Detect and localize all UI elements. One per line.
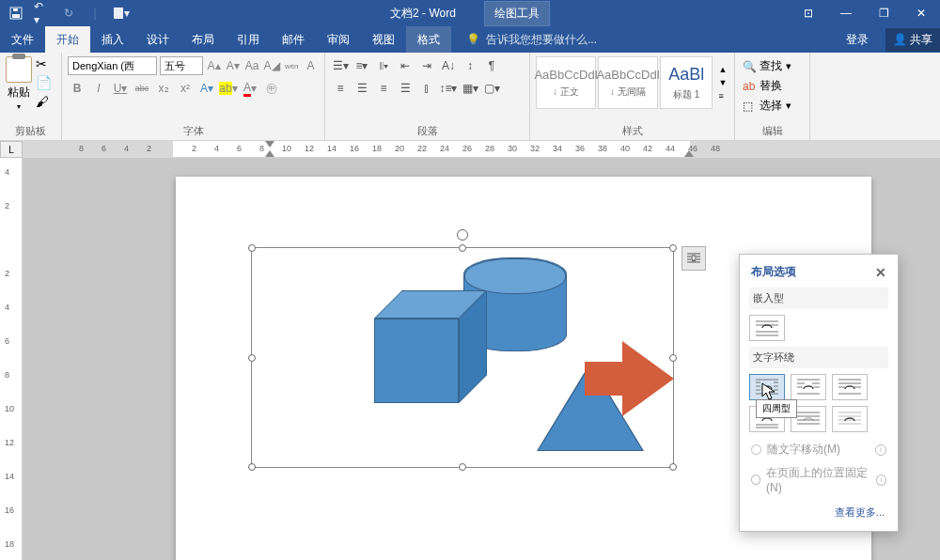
indent-left-icon[interactable]: ⇤ (396, 56, 415, 75)
rotate-handle[interactable] (457, 229, 468, 241)
first-line-indent-marker[interactable] (265, 141, 274, 148)
wrap-square[interactable]: 四周型 (749, 374, 785, 400)
move-with-text-radio[interactable]: 随文字移动(M) i (749, 438, 888, 461)
align-right-icon[interactable]: ≡ (374, 79, 393, 98)
layout-options-button[interactable] (682, 246, 706, 271)
title-bar: ↶ ▾ ↻ | ▾ 文档2 - Word 绘图工具 ⊡ — ❐ ✕ (0, 0, 940, 26)
paste-icon (6, 56, 32, 83)
sort-icon[interactable]: ↕ (461, 56, 479, 75)
resize-handle-bl[interactable] (248, 463, 256, 471)
shading-icon[interactable]: ▦▾ (461, 79, 479, 98)
popup-close-icon[interactable]: ✕ (875, 265, 886, 280)
bullets-icon[interactable]: ☰▾ (331, 56, 350, 75)
popup-title: 布局选项 (751, 264, 796, 280)
save-icon[interactable] (8, 5, 24, 22)
wrap-inline[interactable] (749, 315, 785, 341)
grow-font-icon[interactable]: A▴ (206, 56, 222, 75)
text-effects-icon[interactable]: A▾ (197, 79, 216, 98)
ribbon-options-icon[interactable]: ⊡ (790, 0, 827, 26)
font-size-select[interactable] (160, 56, 203, 75)
indent-right-icon[interactable]: ⇥ (417, 56, 436, 75)
wrap-through[interactable] (832, 374, 868, 400)
svg-rect-3 (114, 8, 123, 19)
copy-icon[interactable]: 📄 (36, 75, 51, 90)
resize-handle-tm[interactable] (459, 244, 466, 252)
style-2[interactable]: AaBl标题 1 (660, 56, 713, 109)
multilevel-icon[interactable]: ⫴▾ (374, 56, 393, 75)
align-left-icon[interactable]: ≡ (331, 79, 350, 98)
vertical-ruler[interactable]: 4224681012141618 (0, 158, 23, 560)
wrap-front[interactable] (832, 406, 868, 432)
wrap-tight[interactable] (791, 374, 826, 400)
superscript-icon[interactable]: x² (176, 79, 195, 98)
minimize-icon[interactable]: — (827, 0, 865, 26)
menu-insert[interactable]: 插入 (90, 26, 135, 53)
format-painter-icon[interactable]: 🖌 (36, 94, 51, 109)
replace-icon: ab (743, 80, 756, 93)
menu-references[interactable]: 引用 (226, 26, 271, 53)
style-1[interactable]: AaBbCcDdl↓ 无间隔 (598, 56, 658, 109)
font-family-select[interactable] (68, 56, 157, 75)
menu-home[interactable]: 开始 (45, 26, 90, 53)
menu-mailings[interactable]: 邮件 (271, 26, 316, 53)
menu-view[interactable]: 视图 (361, 26, 406, 53)
clear-format-icon[interactable]: A◢ (263, 56, 281, 75)
shrink-font-icon[interactable]: A▾ (225, 56, 241, 75)
align-center-icon[interactable]: ☰ (352, 79, 371, 98)
undo-icon[interactable]: ↶ ▾ (34, 5, 51, 22)
show-marks-icon[interactable]: ¶ (482, 56, 501, 75)
highlight-icon[interactable]: ab▾ (219, 79, 238, 98)
restore-icon[interactable]: ❐ (865, 0, 902, 26)
share-button[interactable]: 👤 共享 (885, 28, 940, 52)
subscript-icon[interactable]: x₂ (154, 79, 173, 98)
menu-format[interactable]: 格式 (406, 26, 451, 53)
menu-layout[interactable]: 布局 (180, 26, 226, 53)
resize-handle-tr[interactable] (669, 244, 677, 252)
right-indent-marker[interactable] (684, 150, 694, 157)
tell-me-search[interactable]: 💡 告诉我您想要做什么... (451, 32, 597, 48)
hanging-indent-marker[interactable] (265, 150, 274, 157)
styles-group: AaBbCcDdl↓ 正文AaBbCcDdl↓ 无间隔AaBl标题 1▲▼≡ 样… (530, 53, 735, 140)
underline-icon[interactable]: U▾ (111, 79, 130, 98)
info-icon[interactable]: i (875, 444, 886, 456)
drawing-canvas-selected[interactable] (251, 247, 674, 468)
enclose-icon[interactable]: ㊥ (262, 79, 281, 98)
cut-icon[interactable]: ✂ (36, 56, 51, 71)
strike-icon[interactable]: abc (133, 79, 151, 98)
borders-icon[interactable]: ▢▾ (482, 79, 501, 98)
select-button[interactable]: ⬚选择 ▾ (741, 96, 804, 116)
change-case-icon[interactable]: Aa (243, 56, 259, 75)
char-border-icon[interactable]: A (303, 56, 319, 75)
fixed-position-radio[interactable]: 在页面上的位置固定(N) i (749, 461, 888, 498)
font-color-icon[interactable]: A▾ (241, 79, 259, 98)
drawing-tools-tab: 绘图工具 (484, 1, 550, 26)
bold-icon[interactable]: B (68, 79, 86, 98)
menu-file[interactable]: 文件 (0, 26, 45, 53)
resize-handle-tl[interactable] (248, 244, 256, 252)
pinyin-icon[interactable]: wén (284, 56, 300, 75)
new-doc-icon[interactable]: ▾ (113, 5, 130, 22)
style-0[interactable]: AaBbCcDdl↓ 正文 (536, 56, 596, 109)
close-icon[interactable]: ✕ (902, 0, 940, 26)
menu-review[interactable]: 审阅 (316, 26, 361, 53)
numbering-icon[interactable]: ≡▾ (352, 56, 371, 75)
resize-handle-ml[interactable] (248, 354, 256, 362)
resize-handle-br[interactable] (669, 463, 677, 471)
find-button[interactable]: 🔍查找 ▾ (741, 56, 804, 76)
italic-icon[interactable]: I (89, 79, 108, 98)
menu-design[interactable]: 设计 (135, 26, 180, 53)
info-icon[interactable]: i (876, 474, 886, 486)
see-more-link[interactable]: 查看更多... (749, 498, 888, 523)
line-spacing-icon[interactable]: ↕≡▾ (439, 79, 458, 98)
login-button[interactable]: 登录 (835, 26, 880, 53)
paste-button[interactable]: 粘贴 ▾ (6, 56, 32, 111)
distribute-icon[interactable]: ⫿ (417, 79, 436, 98)
justify-icon[interactable]: ☰ (396, 79, 415, 98)
redo-icon[interactable]: ↻ (60, 5, 77, 22)
resize-handle-bm[interactable] (459, 463, 466, 471)
horizontal-ruler[interactable]: 8642246810121416182022242628303234363840… (23, 141, 940, 158)
ltr-icon[interactable]: A↓ (439, 56, 458, 75)
replace-button[interactable]: ab替换 (741, 76, 804, 96)
styles-expand[interactable]: ▲▼≡ (714, 56, 728, 109)
ruler-corner[interactable]: L (0, 141, 23, 158)
